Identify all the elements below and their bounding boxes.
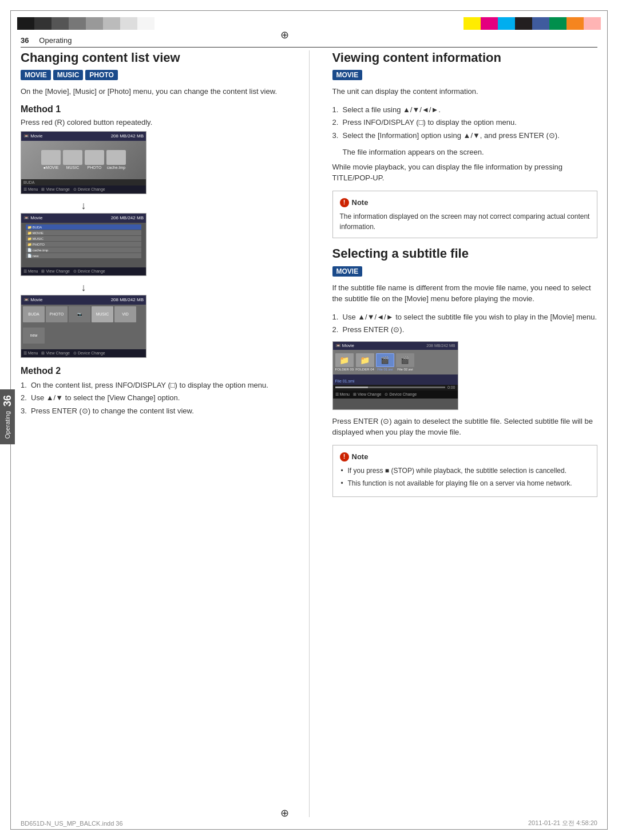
screen-storage-3: 208 MB/242 MB bbox=[111, 297, 144, 302]
menu-label-3: ☰ Menu bbox=[23, 351, 38, 356]
subtitle-section-title: Selecting a subtitle file bbox=[332, 246, 598, 261]
note-header: ! Note bbox=[340, 197, 591, 208]
device-label-3: ⊙ Device Change bbox=[73, 351, 105, 356]
screen-content-1: ●MOVIE MUSIC PHOTO cache.tmp bbox=[21, 141, 146, 179]
menu-label-2: ☰ Menu bbox=[23, 269, 38, 274]
screen-sub-title: 📼 Movie bbox=[335, 343, 355, 348]
screen-sub-bottom: ☰ Menu ⊞ View Change ⊙ Device Change bbox=[333, 391, 458, 399]
method2-step-1: 1. On the content list, press INFO/DISPL… bbox=[21, 380, 286, 391]
subtitle-badge-row: MOVIE bbox=[332, 266, 598, 277]
screen-storage-2: 206 MB/242 MB bbox=[111, 215, 144, 220]
left-section-desc: On the [Movie], [Music] or [Photo] menu,… bbox=[21, 86, 286, 97]
screen-sub-top: 📼 Movie 208 MB/242 MB bbox=[333, 342, 458, 350]
color-swatch bbox=[103, 17, 120, 30]
note-title: Note bbox=[352, 197, 369, 208]
viewing-steps: 1. Select a file using ▲/▼/◄/►. 2. Press… bbox=[332, 104, 598, 141]
step3-note: The file information appears on the scre… bbox=[343, 147, 598, 158]
screen-folder-icon: cache.tmp bbox=[106, 150, 126, 169]
method2-step-2: 2. Use ▲/▼ to select the [View Change] o… bbox=[21, 392, 286, 404]
view-label-1: ⊞ View Change bbox=[41, 187, 69, 192]
badge-row: MOVIE MUSIC PHOTO bbox=[21, 70, 286, 80]
subtitle-file-label: File 01.smi bbox=[333, 374, 458, 385]
sub-view-label: ⊞ View Change bbox=[353, 392, 381, 397]
screen-bottom-bar-2: ☰ Menu ⊞ View Change ⊙ Device Change bbox=[21, 267, 146, 275]
badge-movie-subtitle: MOVIE bbox=[332, 266, 363, 277]
right-column: Viewing content information MOVIE The un… bbox=[327, 50, 598, 817]
color-swatch bbox=[52, 17, 69, 30]
note-header-subtitle: ! Note bbox=[340, 451, 591, 463]
color-swatch bbox=[69, 17, 86, 30]
screen-title-2: 📼 Movie bbox=[23, 215, 43, 220]
screen-title-1: 📼 Movie bbox=[23, 133, 43, 139]
main-content: Changing content list view MOVIE MUSIC P… bbox=[21, 50, 597, 817]
viewing-step-2: 2. Press INFO/DISPLAY (□) to display the… bbox=[332, 117, 598, 128]
color-swatch-yellow bbox=[464, 17, 481, 30]
screen-mockup-2: 📼 Movie 206 MB/242 MB 📁 BUDA 📁 MOVIE 📁 M… bbox=[21, 213, 146, 276]
sub-device-label: ⊙ Device Change bbox=[385, 392, 417, 397]
badge-photo: PHOTO bbox=[85, 70, 117, 80]
progress-fill bbox=[335, 387, 369, 388]
page-border-top bbox=[10, 10, 608, 11]
screen-progress-bar: 0:00 bbox=[333, 385, 458, 391]
method1-desc: Press red (R) colored button repeatedly. bbox=[21, 118, 286, 127]
progress-track bbox=[335, 387, 445, 388]
color-swatch-pink bbox=[584, 17, 601, 30]
list-item-photo: 📁 PHOTO bbox=[26, 242, 141, 247]
method2-steps: 1. On the content list, press INFO/DISPL… bbox=[21, 380, 286, 417]
column-divider bbox=[309, 50, 310, 817]
note-icon: ! bbox=[340, 198, 349, 207]
badge-movie-right: MOVIE bbox=[332, 70, 363, 80]
method2-heading: Method 2 bbox=[21, 366, 286, 376]
color-swatch bbox=[86, 17, 103, 30]
screen-list-area: 📁 BUDA 📁 MOVIE 📁 MUSIC 📁 PHOTO 📄 cache.t… bbox=[21, 223, 146, 267]
folder-03: 📁 FOLDER 03 bbox=[335, 353, 354, 371]
screen-subtitle-mockup: 📼 Movie 208 MB/242 MB 📁 FOLDER 03 📁 bbox=[332, 341, 458, 410]
arrow-down-1: ↓ bbox=[21, 200, 146, 212]
screen-folder-icon: PHOTO bbox=[85, 150, 104, 169]
color-swatch-black bbox=[515, 17, 532, 30]
page-header: 36 Operating bbox=[21, 36, 597, 48]
badge-music: MUSIC bbox=[53, 70, 84, 80]
sub-menu-label: ☰ Menu bbox=[335, 392, 350, 397]
screen-bottom-bar-3: ☰ Menu ⊞ View Change ⊙ Device Change bbox=[21, 349, 146, 357]
note-bullet-1: If you press ■ (STOP) while playback, th… bbox=[340, 466, 591, 476]
file-02: 🎬 File 02.avi bbox=[396, 353, 414, 371]
right-badge-row: MOVIE bbox=[332, 70, 598, 80]
screen-sub-storage: 208 MB/242 MB bbox=[426, 344, 455, 348]
screen-storage-1: 208 MB/242 MB bbox=[111, 133, 144, 139]
subtitle-steps: 1. Use ▲/▼/◄/► to select the subtitle fi… bbox=[332, 311, 598, 336]
arrow-down-2: ↓ bbox=[21, 282, 146, 294]
list-item-cache: 📄 cache.tmp bbox=[26, 247, 141, 253]
subtitle-desc: If the subtitle file name is different f… bbox=[332, 282, 598, 305]
screen-folder-icon: MUSIC bbox=[63, 150, 82, 169]
screen-mockup-1: 📼 Movie 208 MB/242 MB ●MOVIE MUSIC PHOTO bbox=[21, 131, 146, 194]
screen-top-bar-3: 📼 Movie 208 MB/242 MB bbox=[21, 295, 146, 305]
color-swatch-magenta bbox=[481, 17, 498, 30]
screen-top-bar-2: 📼 Movie 206 MB/242 MB bbox=[21, 214, 146, 223]
view-label-3: ⊞ View Change bbox=[41, 351, 69, 356]
badge-movie: MOVIE bbox=[21, 70, 51, 80]
note-box-viewing: ! Note The information displayed on the … bbox=[332, 191, 598, 239]
screen-folder-label-1: BUDA bbox=[21, 179, 146, 186]
device-label-2: ⊙ Device Change bbox=[73, 269, 105, 274]
view-label-2: ⊞ View Change bbox=[41, 269, 69, 274]
subtitle-note-list: If you press ■ (STOP) while playback, th… bbox=[340, 466, 591, 488]
color-bar-top-right bbox=[464, 17, 601, 30]
screen-thumb-area: BUDA PHOTO 📷 MUSIC VID new bbox=[21, 305, 146, 349]
device-label-1: ⊙ Device Change bbox=[73, 187, 105, 192]
footer-date: 2011-01-21 오전 4:58:20 bbox=[528, 819, 597, 827]
list-item-buda: 📁 BUDA bbox=[26, 224, 141, 230]
page-section: Operating bbox=[39, 36, 72, 45]
menu-label-1: ☰ Menu bbox=[23, 187, 38, 192]
page-number: 36 bbox=[21, 36, 29, 45]
right-section-title: Viewing content information bbox=[332, 50, 598, 65]
chapter-label: Operating bbox=[4, 411, 11, 439]
note-text: The information displayed on the screen … bbox=[340, 211, 591, 232]
screen-mockup-3: 📼 Movie 208 MB/242 MB BUDA PHOTO 📷 MUSIC… bbox=[21, 295, 146, 358]
page-border-bottom bbox=[10, 829, 608, 830]
list-item-new: 📄 new bbox=[26, 253, 141, 258]
screen-folder-icon: ●MOVIE bbox=[41, 150, 61, 169]
color-swatch-cyan bbox=[498, 17, 515, 30]
method1-heading: Method 1 bbox=[21, 104, 286, 115]
note-title-subtitle: Note bbox=[352, 451, 369, 463]
